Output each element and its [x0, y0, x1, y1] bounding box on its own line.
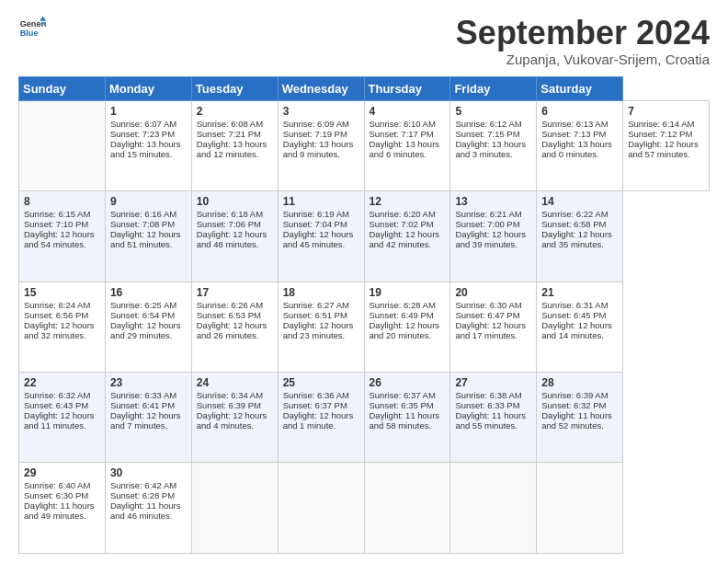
- calendar-cell: [19, 100, 106, 190]
- daylight-text: Daylight: 12 hours and 20 minutes.: [370, 320, 440, 340]
- logo-icon: General Blue: [18, 15, 46, 42]
- sunset-text: Sunset: 6:39 PM: [197, 400, 261, 410]
- calendar-cell: 22Sunrise: 6:32 AMSunset: 6:43 PMDayligh…: [19, 373, 106, 463]
- sunrise-text: Sunrise: 6:21 AM: [455, 209, 521, 219]
- day-number: 16: [110, 286, 187, 299]
- daylight-text: Daylight: 11 hours and 49 minutes.: [24, 500, 95, 521]
- svg-text:General: General: [20, 19, 46, 29]
- calendar-cell: 11Sunrise: 6:19 AMSunset: 7:04 PMDayligh…: [278, 191, 364, 282]
- location: Zupanja, Vukovar-Srijem, Croatia: [456, 52, 710, 67]
- day-number: 19: [370, 286, 446, 299]
- daylight-text: Daylight: 11 hours and 55 minutes.: [455, 410, 526, 431]
- day-number: 25: [283, 376, 359, 389]
- calendar-cell: 14Sunrise: 6:22 AMSunset: 6:58 PMDayligh…: [537, 191, 623, 282]
- sunrise-text: Sunrise: 6:16 AM: [110, 209, 176, 219]
- sunrise-text: Sunrise: 6:15 AM: [24, 209, 90, 219]
- daylight-text: Daylight: 12 hours and 7 minutes.: [110, 410, 181, 431]
- sunrise-text: Sunrise: 6:22 AM: [541, 209, 608, 219]
- daylight-text: Daylight: 13 hours and 15 minutes.: [110, 139, 181, 159]
- sunset-text: Sunset: 6:49 PM: [370, 310, 434, 320]
- day-number: 4: [370, 105, 446, 118]
- daylight-text: Daylight: 12 hours and 14 minutes.: [541, 320, 612, 340]
- sunset-text: Sunset: 7:21 PM: [197, 129, 261, 139]
- calendar-cell: 18Sunrise: 6:27 AMSunset: 6:51 PMDayligh…: [278, 282, 364, 372]
- calendar-cell: 8Sunrise: 6:15 AMSunset: 7:10 PMDaylight…: [19, 191, 106, 282]
- calendar-cell: 24Sunrise: 6:34 AMSunset: 6:39 PMDayligh…: [191, 373, 278, 463]
- sunrise-text: Sunrise: 6:27 AM: [283, 300, 349, 310]
- calendar-week-5: 29Sunrise: 6:40 AMSunset: 6:30 PMDayligh…: [19, 463, 710, 554]
- sunset-text: Sunset: 6:32 PM: [541, 400, 606, 410]
- calendar-cell: 3Sunrise: 6:09 AMSunset: 7:19 PMDaylight…: [278, 100, 364, 190]
- sunrise-text: Sunrise: 6:25 AM: [110, 300, 176, 310]
- daylight-text: Daylight: 12 hours and 17 minutes.: [455, 320, 526, 340]
- day-number: 28: [541, 376, 618, 389]
- sunset-text: Sunset: 7:08 PM: [110, 219, 175, 229]
- logo: General Blue: [18, 15, 46, 42]
- day-number: 1: [110, 105, 187, 118]
- col-tuesday: Tuesday: [191, 76, 278, 100]
- day-number: 18: [283, 286, 359, 299]
- col-sunday: Sunday: [19, 76, 106, 100]
- day-number: 24: [197, 376, 273, 389]
- day-number: 8: [24, 195, 100, 208]
- svg-marker-2: [40, 17, 46, 21]
- sunrise-text: Sunrise: 6:33 AM: [110, 390, 176, 400]
- sunrise-text: Sunrise: 6:36 AM: [283, 390, 349, 400]
- daylight-text: Daylight: 13 hours and 12 minutes.: [197, 139, 267, 159]
- daylight-text: Daylight: 11 hours and 46 minutes.: [110, 500, 181, 521]
- sunrise-text: Sunrise: 6:42 AM: [110, 480, 176, 490]
- sunrise-text: Sunrise: 6:34 AM: [197, 390, 263, 400]
- sunrise-text: Sunrise: 6:18 AM: [197, 209, 263, 219]
- day-number: 23: [110, 376, 187, 389]
- sunrise-text: Sunrise: 6:39 AM: [541, 390, 608, 400]
- calendar-week-1: 1Sunrise: 6:07 AMSunset: 7:23 PMDaylight…: [19, 100, 710, 190]
- day-number: 2: [197, 105, 273, 118]
- sunset-text: Sunset: 7:23 PM: [110, 129, 175, 139]
- calendar-cell: 28Sunrise: 6:39 AMSunset: 6:32 PMDayligh…: [537, 373, 623, 463]
- calendar-body: 1Sunrise: 6:07 AMSunset: 7:23 PMDaylight…: [19, 100, 710, 553]
- day-number: 9: [110, 195, 187, 208]
- day-number: 27: [455, 376, 531, 389]
- sunset-text: Sunset: 7:06 PM: [197, 219, 261, 229]
- sunset-text: Sunset: 6:53 PM: [197, 310, 261, 320]
- calendar-cell: 25Sunrise: 6:36 AMSunset: 6:37 PMDayligh…: [278, 373, 364, 463]
- sunset-text: Sunset: 6:30 PM: [24, 490, 88, 500]
- daylight-text: Daylight: 13 hours and 0 minutes.: [541, 139, 612, 159]
- day-number: 5: [455, 105, 531, 118]
- calendar-cell: 1Sunrise: 6:07 AMSunset: 7:23 PMDaylight…: [105, 100, 191, 190]
- sunset-text: Sunset: 6:58 PM: [541, 219, 606, 229]
- sunrise-text: Sunrise: 6:24 AM: [24, 300, 90, 310]
- day-number: 20: [455, 286, 531, 299]
- calendar-cell: [450, 463, 537, 554]
- daylight-text: Daylight: 12 hours and 32 minutes.: [24, 320, 95, 340]
- calendar-cell: 23Sunrise: 6:33 AMSunset: 6:41 PMDayligh…: [105, 373, 191, 463]
- day-number: 15: [24, 286, 100, 299]
- calendar-header: Sunday Monday Tuesday Wednesday Thursday…: [19, 76, 710, 100]
- calendar-week-3: 15Sunrise: 6:24 AMSunset: 6:56 PMDayligh…: [19, 282, 710, 372]
- calendar-cell: 10Sunrise: 6:18 AMSunset: 7:06 PMDayligh…: [191, 191, 278, 282]
- daylight-text: Daylight: 12 hours and 11 minutes.: [24, 410, 95, 431]
- daylight-text: Daylight: 13 hours and 6 minutes.: [370, 139, 440, 159]
- day-number: 12: [370, 195, 446, 208]
- sunset-text: Sunset: 7:02 PM: [370, 219, 434, 229]
- sunset-text: Sunset: 7:17 PM: [370, 129, 434, 139]
- daylight-text: Daylight: 11 hours and 58 minutes.: [370, 410, 440, 431]
- daylight-text: Daylight: 12 hours and 57 minutes.: [628, 139, 699, 159]
- sunset-text: Sunset: 7:15 PM: [455, 129, 519, 139]
- day-number: 17: [197, 286, 273, 299]
- sunrise-text: Sunrise: 6:37 AM: [370, 390, 436, 400]
- sunrise-text: Sunrise: 6:14 AM: [628, 119, 694, 129]
- calendar-cell: 20Sunrise: 6:30 AMSunset: 6:47 PMDayligh…: [450, 282, 537, 372]
- sunrise-text: Sunrise: 6:31 AM: [541, 300, 608, 310]
- daylight-text: Daylight: 13 hours and 3 minutes.: [455, 139, 526, 159]
- day-number: 30: [110, 466, 187, 479]
- sunrise-text: Sunrise: 6:38 AM: [455, 390, 521, 400]
- header-row: Sunday Monday Tuesday Wednesday Thursday…: [19, 76, 710, 100]
- svg-text:Blue: Blue: [20, 29, 39, 38]
- sunset-text: Sunset: 6:54 PM: [110, 310, 175, 320]
- sunset-text: Sunset: 7:13 PM: [541, 129, 606, 139]
- calendar-cell: 21Sunrise: 6:31 AMSunset: 6:45 PMDayligh…: [537, 282, 623, 372]
- sunset-text: Sunset: 6:51 PM: [283, 310, 347, 320]
- calendar-cell: 6Sunrise: 6:13 AMSunset: 7:13 PMDaylight…: [537, 100, 623, 190]
- sunset-text: Sunset: 7:04 PM: [283, 219, 347, 229]
